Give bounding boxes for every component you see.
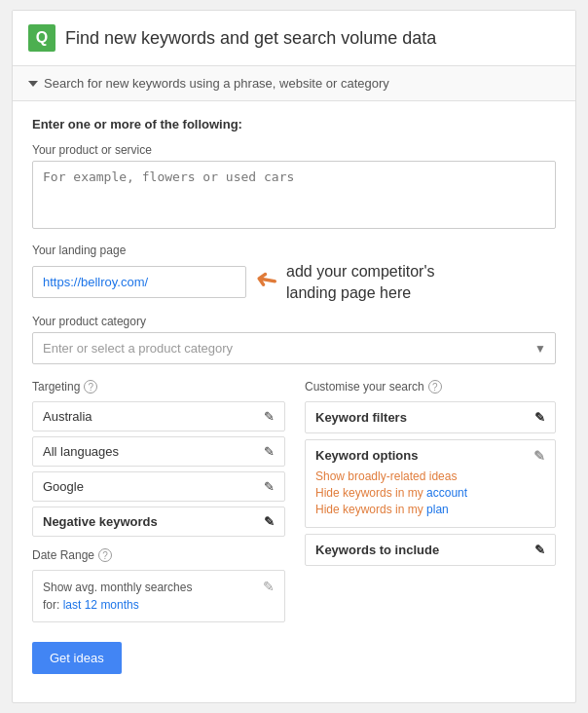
targeting-australia-label: Australia: [43, 409, 92, 424]
date-range-highlight: last 12 months: [63, 598, 139, 612]
landing-page-group: Your landing page ➜ add your competitor'…: [32, 244, 556, 303]
customise-title-text: Customise your search: [305, 380, 424, 394]
targeting-languages-label: All languages: [43, 444, 119, 459]
customise-section-title: Customise your search ?: [305, 380, 556, 394]
keyword-options-links: Show broadly-related ideas Hide keywords…: [315, 469, 545, 516]
option-link-hide-account[interactable]: Hide keywords in my account: [315, 486, 545, 500]
date-range-help-icon[interactable]: ?: [98, 548, 112, 562]
product-service-input[interactable]: [32, 161, 556, 229]
product-category-group: Your product category Enter or select a …: [32, 315, 556, 364]
date-range-line2: for:: [43, 598, 59, 612]
orange-arrow-icon: ➜: [253, 261, 280, 296]
page-title: Find new keywords and get search volume …: [65, 28, 436, 49]
edit-australia-icon[interactable]: ✎: [264, 409, 275, 424]
edit-negative-keywords-icon[interactable]: ✎: [264, 514, 275, 529]
option-link-hide-plan[interactable]: Hide keywords in my plan: [315, 503, 545, 516]
keyword-options-label: Keyword options: [315, 448, 418, 464]
two-col-section: Targeting ? Australia ✎ All languages ✎ …: [32, 380, 556, 622]
option-link-broadly-related[interactable]: Show broadly-related ideas: [315, 469, 545, 483]
date-range-box: Show avg. monthly searches for: last 12 …: [32, 570, 285, 622]
product-category-label: Your product category: [32, 315, 556, 328]
annotation-container: ➜ add your competitor'slanding page here: [256, 261, 434, 303]
targeting-row-negative-keywords[interactable]: Negative keywords ✎: [32, 507, 285, 537]
targeting-section-title: Targeting ?: [32, 380, 285, 394]
edit-keywords-include-icon[interactable]: ✎: [534, 543, 545, 557]
edit-languages-icon[interactable]: ✎: [264, 444, 275, 459]
targeting-row-languages[interactable]: All languages ✎: [32, 436, 285, 467]
annotation-text: add your competitor'slanding page here: [286, 261, 434, 303]
targeting-row-google[interactable]: Google ✎: [32, 471, 285, 502]
edit-keyword-filters-icon[interactable]: ✎: [534, 410, 545, 425]
main-content: Enter one or more of the following: Your…: [13, 101, 575, 690]
date-range-section-title: Date Range ?: [32, 548, 285, 562]
targeting-negative-keywords-label: Negative keywords: [43, 514, 158, 529]
customise-help-icon[interactable]: ?: [428, 380, 442, 394]
edit-google-icon[interactable]: ✎: [264, 479, 275, 494]
page-container: Q Find new keywords and get search volum…: [12, 10, 576, 703]
get-ideas-button[interactable]: Get ideas: [32, 642, 122, 674]
landing-page-label: Your landing page: [32, 244, 556, 257]
targeting-google-label: Google: [43, 479, 84, 494]
product-category-select[interactable]: Enter or select a product category: [32, 332, 556, 364]
date-range-text: Show avg. monthly searches for: last 12 …: [43, 579, 192, 614]
search-icon: Q: [28, 24, 55, 52]
date-range-title-text: Date Range: [32, 548, 94, 562]
left-column: Targeting ? Australia ✎ All languages ✎ …: [32, 380, 285, 622]
header: Q Find new keywords and get search volum…: [13, 11, 575, 66]
targeting-help-icon[interactable]: ?: [84, 380, 97, 394]
edit-date-range-icon[interactable]: ✎: [263, 579, 275, 594]
collapsible-header[interactable]: Search for new keywords using a phrase, …: [28, 76, 560, 91]
keyword-filters-box[interactable]: Keyword filters ✎: [305, 401, 556, 433]
keywords-include-label: Keywords to include: [315, 543, 439, 557]
product-service-label: Your product or service: [32, 143, 556, 157]
collapsible-section[interactable]: Search for new keywords using a phrase, …: [13, 66, 575, 101]
targeting-title-text: Targeting: [32, 380, 80, 394]
collapsible-label: Search for new keywords using a phrase, …: [44, 76, 389, 91]
right-column: Customise your search ? Keyword filters …: [305, 380, 556, 622]
keywords-include-box[interactable]: Keywords to include ✎: [305, 534, 556, 566]
targeting-row-australia[interactable]: Australia ✎: [32, 401, 285, 432]
keyword-filters-label: Keyword filters: [315, 410, 407, 425]
date-range-line1: Show avg. monthly searches: [43, 581, 192, 594]
landing-page-input[interactable]: [32, 266, 246, 298]
product-category-wrapper: Enter or select a product category ▼: [32, 332, 556, 364]
keyword-options-box: Keyword options ✎ Show broadly-related i…: [305, 439, 556, 528]
triangle-icon: [28, 81, 38, 87]
edit-keyword-options-icon[interactable]: ✎: [533, 448, 545, 464]
form-intro: Enter one or more of the following:: [32, 117, 556, 131]
date-range-section: Date Range ? Show avg. monthly searches …: [32, 548, 285, 622]
keyword-options-title: Keyword options ✎: [315, 448, 545, 464]
product-service-group: Your product or service: [32, 143, 556, 232]
